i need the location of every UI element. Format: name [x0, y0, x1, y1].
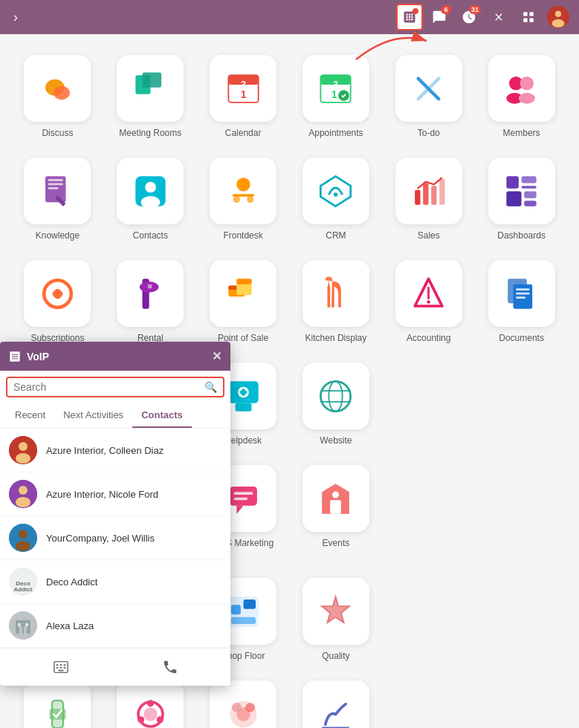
svg-point-6 [411, 16, 413, 19]
app-events[interactable]: Events [294, 459, 379, 565]
svg-point-40 [140, 195, 160, 208]
app-members-label: Members [503, 128, 540, 138]
voip-close-button[interactable]: ✕ [212, 349, 221, 363]
app-documents[interactable]: Documents [479, 254, 564, 349]
svg-point-129 [16, 497, 30, 507]
contact-avatar [9, 611, 37, 640]
svg-rect-149 [58, 670, 63, 672]
grid-nav-button[interactable] [515, 4, 542, 30]
app-meeting-rooms[interactable]: Meeting Rooms [108, 49, 193, 144]
svg-point-126 [16, 453, 30, 464]
app-contacts[interactable]: Contacts [108, 152, 193, 247]
svg-rect-100 [231, 617, 256, 623]
app-sign[interactable]: Sign [294, 675, 379, 728]
app-calendar[interactable]: 31 Calendar [201, 49, 286, 144]
svg-point-121 [12, 357, 13, 359]
voip-keyboard-button[interactable] [44, 654, 78, 680]
svg-rect-47 [415, 189, 420, 204]
app-documents-label: Documents [499, 333, 544, 343]
app-kitchen-display[interactable]: Kitchen Display [294, 254, 379, 349]
svg-rect-145 [63, 664, 65, 666]
svg-text:3: 3 [241, 78, 246, 89]
voip-call-button[interactable] [153, 654, 187, 680]
app-kitchen-display-label: Kitchen Display [305, 333, 367, 343]
svg-rect-48 [423, 183, 428, 204]
svg-marker-45 [321, 176, 351, 206]
svg-rect-68 [514, 284, 533, 308]
voip-header: VoIP ✕ [0, 342, 230, 371]
phone-nav-button[interactable] [396, 4, 423, 30]
app-todo-label: To-do [418, 128, 440, 138]
app-quality[interactable]: Quality [294, 572, 379, 667]
svg-rect-55 [524, 191, 537, 198]
app-website[interactable]: Website [294, 357, 379, 452]
svg-point-66 [427, 300, 430, 304]
voip-contact-item[interactable]: Alexa Laza [0, 604, 230, 648]
svg-rect-85 [230, 487, 257, 506]
app-appointments[interactable]: 31 Appointments [294, 49, 379, 144]
voip-contact-item[interactable]: YourCompany, Joel Willis [0, 516, 230, 560]
svg-rect-98 [231, 605, 241, 614]
voip-tab-next-activities[interactable]: Next Activities [54, 403, 132, 428]
app-discuss[interactable]: Discuss [15, 49, 100, 144]
app-members[interactable]: Members [479, 49, 564, 144]
svg-rect-138 [19, 626, 22, 634]
close-nav-button[interactable] [485, 4, 512, 30]
activity-badge: 31 [469, 5, 481, 14]
svg-point-8 [409, 19, 411, 21]
app-knowledge[interactable]: Knowledge [15, 152, 100, 247]
app-rental[interactable]: Rental [108, 254, 193, 349]
voip-search-input[interactable] [13, 381, 204, 393]
app-todo[interactable]: To-do [386, 49, 471, 144]
voip-tab-recent[interactable]: Recent [6, 403, 54, 428]
svg-point-120 [16, 356, 18, 357]
svg-rect-140 [18, 623, 21, 626]
svg-point-9 [411, 19, 413, 21]
svg-rect-146 [56, 667, 58, 669]
svg-point-80 [329, 381, 343, 411]
contact-name: Deco Addict [46, 576, 97, 588]
voip-contacts-list: Azure Interior, Colleen Diaz Azure Inter… [0, 429, 230, 648]
contact-avatar [9, 480, 37, 508]
app-frontdesk[interactable]: Frontdesk [201, 152, 286, 247]
svg-point-117 [16, 354, 18, 355]
messages-nav-button[interactable]: 6 [426, 4, 453, 30]
app-sales[interactable]: Sales [386, 152, 471, 247]
svg-rect-54 [506, 191, 521, 206]
voip-panel: VoIP ✕ 🔍 Recent Next Activities Contacts… [0, 342, 230, 686]
svg-point-125 [19, 442, 28, 451]
voip-contact-item[interactable]: DecoAddict Deco Addict [0, 560, 230, 604]
voip-contact-item[interactable]: Azure Interior, Nicole Ford [0, 472, 230, 516]
voip-search-box: 🔍 [6, 377, 224, 397]
app-point-of-sale[interactable]: Point of Sale [201, 254, 286, 349]
svg-point-33 [519, 93, 535, 104]
activity-nav-button[interactable]: 31 [456, 4, 482, 30]
app-accounting[interactable]: Accounting [386, 254, 471, 349]
svg-point-46 [334, 192, 338, 197]
app-meeting-rooms-label: Meeting Rooms [119, 128, 181, 138]
svg-rect-56 [524, 201, 537, 206]
svg-point-12 [552, 19, 565, 27]
svg-rect-37 [48, 187, 59, 189]
grid-icon [522, 10, 535, 24]
nav-toggle-button[interactable]: › [7, 7, 24, 28]
contact-avatar: DecoAddict [9, 568, 37, 596]
svg-point-108 [138, 716, 144, 723]
svg-point-123 [16, 357, 18, 359]
svg-point-31 [520, 77, 534, 90]
user-avatar-button[interactable] [545, 4, 572, 30]
app-contacts-label: Contacts [133, 230, 168, 241]
voip-contact-item[interactable]: Azure Interior, Colleen Diaz [0, 429, 230, 472]
svg-point-1 [406, 13, 408, 16]
contact-name: Azure Interior, Colleen Diaz [46, 445, 164, 456]
voip-tab-contacts[interactable]: Contacts [132, 403, 192, 428]
app-subscriptions[interactable]: Subscriptions [15, 254, 100, 349]
svg-rect-137 [16, 620, 30, 634]
svg-point-112 [245, 702, 255, 712]
app-accounting-label: Accounting [407, 333, 450, 343]
app-crm[interactable]: CRM [294, 152, 379, 247]
svg-rect-141 [25, 623, 28, 626]
app-dashboards[interactable]: Dashboards [479, 152, 564, 247]
svg-point-90 [332, 491, 339, 498]
svg-rect-60 [148, 284, 152, 288]
